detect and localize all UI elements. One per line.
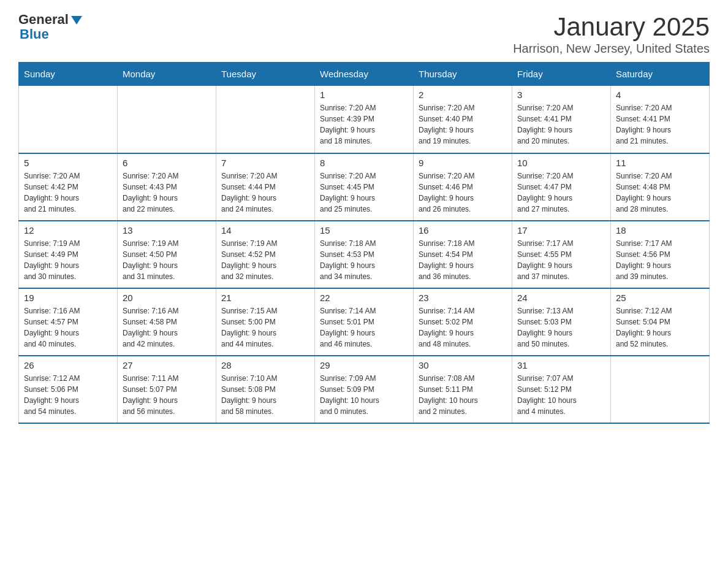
day-info: Sunrise: 7:19 AM Sunset: 4:49 PM Dayligh…: [24, 238, 112, 282]
day-info: Sunrise: 7:10 AM Sunset: 5:08 PM Dayligh…: [221, 373, 309, 417]
calendar-cell: 12Sunrise: 7:19 AM Sunset: 4:49 PM Dayli…: [19, 221, 118, 288]
calendar-cell: [19, 86, 118, 153]
weekday-header-wednesday: Wednesday: [315, 63, 414, 86]
day-info: Sunrise: 7:12 AM Sunset: 5:04 PM Dayligh…: [616, 305, 704, 350]
day-number: 25: [616, 293, 704, 303]
logo: General Blue: [18, 12, 82, 42]
day-number: 24: [517, 293, 605, 303]
calendar-cell: 23Sunrise: 7:14 AM Sunset: 5:02 PM Dayli…: [414, 288, 512, 356]
day-info: Sunrise: 7:19 AM Sunset: 4:52 PM Dayligh…: [221, 238, 309, 282]
day-info: Sunrise: 7:20 AM Sunset: 4:43 PM Dayligh…: [123, 170, 211, 215]
calendar-cell: 27Sunrise: 7:11 AM Sunset: 5:07 PM Dayli…: [118, 356, 216, 423]
day-number: 28: [221, 360, 309, 370]
calendar-header: SundayMondayTuesdayWednesdayThursdayFrid…: [19, 63, 710, 86]
calendar-week-3: 12Sunrise: 7:19 AM Sunset: 4:49 PM Dayli…: [19, 221, 710, 288]
calendar-cell: 26Sunrise: 7:12 AM Sunset: 5:06 PM Dayli…: [19, 356, 118, 423]
calendar-cell: 21Sunrise: 7:15 AM Sunset: 5:00 PM Dayli…: [216, 288, 315, 356]
day-number: 12: [24, 225, 112, 236]
weekday-header-thursday: Thursday: [414, 63, 512, 86]
day-info: Sunrise: 7:18 AM Sunset: 4:54 PM Dayligh…: [419, 238, 507, 282]
calendar-cell: 10Sunrise: 7:20 AM Sunset: 4:47 PM Dayli…: [512, 153, 611, 221]
weekday-header-sunday: Sunday: [19, 63, 118, 86]
day-number: 19: [24, 293, 112, 303]
calendar-cell: 22Sunrise: 7:14 AM Sunset: 5:01 PM Dayli…: [315, 288, 414, 356]
calendar-cell: 5Sunrise: 7:20 AM Sunset: 4:42 PM Daylig…: [19, 153, 118, 221]
day-number: 11: [616, 158, 704, 168]
day-number: 8: [320, 158, 408, 168]
day-number: 22: [320, 293, 408, 303]
calendar-cell: 19Sunrise: 7:16 AM Sunset: 4:57 PM Dayli…: [19, 288, 118, 356]
weekday-header-friday: Friday: [512, 63, 611, 86]
day-number: 9: [419, 158, 507, 168]
calendar-cell: 15Sunrise: 7:18 AM Sunset: 4:53 PM Dayli…: [315, 221, 414, 288]
calendar-cell: 2Sunrise: 7:20 AM Sunset: 4:40 PM Daylig…: [414, 86, 512, 153]
day-number: 3: [517, 90, 605, 100]
day-info: Sunrise: 7:20 AM Sunset: 4:48 PM Dayligh…: [616, 170, 704, 215]
day-info: Sunrise: 7:16 AM Sunset: 4:57 PM Dayligh…: [24, 305, 112, 350]
calendar-cell: 25Sunrise: 7:12 AM Sunset: 5:04 PM Dayli…: [611, 288, 710, 356]
calendar-cell: 9Sunrise: 7:20 AM Sunset: 4:46 PM Daylig…: [414, 153, 512, 221]
calendar-week-4: 19Sunrise: 7:16 AM Sunset: 4:57 PM Dayli…: [19, 288, 710, 356]
day-number: 2: [419, 90, 507, 100]
weekday-header-row: SundayMondayTuesdayWednesdayThursdayFrid…: [19, 63, 710, 86]
day-info: Sunrise: 7:15 AM Sunset: 5:00 PM Dayligh…: [221, 305, 309, 350]
calendar-cell: 3Sunrise: 7:20 AM Sunset: 4:41 PM Daylig…: [512, 86, 611, 153]
day-info: Sunrise: 7:14 AM Sunset: 5:01 PM Dayligh…: [320, 305, 408, 350]
day-info: Sunrise: 7:14 AM Sunset: 5:02 PM Dayligh…: [419, 305, 507, 350]
day-info: Sunrise: 7:20 AM Sunset: 4:39 PM Dayligh…: [320, 102, 408, 147]
calendar-cell: 18Sunrise: 7:17 AM Sunset: 4:56 PM Dayli…: [611, 221, 710, 288]
day-info: Sunrise: 7:20 AM Sunset: 4:42 PM Dayligh…: [24, 170, 112, 215]
day-number: 20: [123, 293, 211, 303]
day-number: 31: [517, 360, 605, 370]
day-info: Sunrise: 7:17 AM Sunset: 4:56 PM Dayligh…: [616, 238, 704, 282]
day-number: 23: [419, 293, 507, 303]
calendar-cell: 13Sunrise: 7:19 AM Sunset: 4:50 PM Dayli…: [118, 221, 216, 288]
calendar-cell: 6Sunrise: 7:20 AM Sunset: 4:43 PM Daylig…: [118, 153, 216, 221]
day-number: 7: [221, 158, 309, 168]
weekday-header-monday: Monday: [118, 63, 216, 86]
day-info: Sunrise: 7:07 AM Sunset: 5:12 PM Dayligh…: [517, 373, 605, 417]
day-info: Sunrise: 7:19 AM Sunset: 4:50 PM Dayligh…: [123, 238, 211, 282]
day-info: Sunrise: 7:11 AM Sunset: 5:07 PM Dayligh…: [123, 373, 211, 417]
title-block: January 2025 Harrison, New Jersey, Unite…: [513, 12, 710, 56]
calendar-cell: 11Sunrise: 7:20 AM Sunset: 4:48 PM Dayli…: [611, 153, 710, 221]
calendar-title: January 2025: [513, 12, 710, 42]
day-info: Sunrise: 7:20 AM Sunset: 4:47 PM Dayligh…: [517, 170, 605, 215]
day-info: Sunrise: 7:18 AM Sunset: 4:53 PM Dayligh…: [320, 238, 408, 282]
calendar-cell: 28Sunrise: 7:10 AM Sunset: 5:08 PM Dayli…: [216, 356, 315, 423]
day-info: Sunrise: 7:12 AM Sunset: 5:06 PM Dayligh…: [24, 373, 112, 417]
calendar-cell: 31Sunrise: 7:07 AM Sunset: 5:12 PM Dayli…: [512, 356, 611, 423]
day-number: 18: [616, 225, 704, 236]
day-info: Sunrise: 7:08 AM Sunset: 5:11 PM Dayligh…: [419, 373, 507, 417]
day-info: Sunrise: 7:17 AM Sunset: 4:55 PM Dayligh…: [517, 238, 605, 282]
day-number: 13: [123, 225, 211, 236]
calendar-cell: 17Sunrise: 7:17 AM Sunset: 4:55 PM Dayli…: [512, 221, 611, 288]
calendar-cell: 20Sunrise: 7:16 AM Sunset: 4:58 PM Dayli…: [118, 288, 216, 356]
calendar-week-1: 1Sunrise: 7:20 AM Sunset: 4:39 PM Daylig…: [19, 86, 710, 153]
day-info: Sunrise: 7:20 AM Sunset: 4:41 PM Dayligh…: [517, 102, 605, 147]
day-number: 1: [320, 90, 408, 100]
day-info: Sunrise: 7:20 AM Sunset: 4:44 PM Dayligh…: [221, 170, 309, 215]
day-number: 15: [320, 225, 408, 236]
calendar-cell: 4Sunrise: 7:20 AM Sunset: 4:41 PM Daylig…: [611, 86, 710, 153]
day-number: 21: [221, 293, 309, 303]
calendar-cell: [118, 86, 216, 153]
day-number: 16: [419, 225, 507, 236]
weekday-header-tuesday: Tuesday: [216, 63, 315, 86]
day-info: Sunrise: 7:13 AM Sunset: 5:03 PM Dayligh…: [517, 305, 605, 350]
calendar-subtitle: Harrison, New Jersey, United States: [513, 42, 710, 56]
calendar-cell: [611, 356, 710, 423]
day-number: 29: [320, 360, 408, 370]
page-header: General Blue January 2025 Harrison, New …: [18, 12, 710, 56]
calendar-cell: 14Sunrise: 7:19 AM Sunset: 4:52 PM Dayli…: [216, 221, 315, 288]
day-number: 27: [123, 360, 211, 370]
day-number: 10: [517, 158, 605, 168]
day-info: Sunrise: 7:20 AM Sunset: 4:46 PM Dayligh…: [419, 170, 507, 215]
logo-text-general: General: [18, 12, 69, 27]
day-number: 6: [123, 158, 211, 168]
day-number: 26: [24, 360, 112, 370]
calendar-cell: 8Sunrise: 7:20 AM Sunset: 4:45 PM Daylig…: [315, 153, 414, 221]
calendar-body: 1Sunrise: 7:20 AM Sunset: 4:39 PM Daylig…: [19, 86, 710, 423]
day-number: 14: [221, 225, 309, 236]
day-number: 30: [419, 360, 507, 370]
